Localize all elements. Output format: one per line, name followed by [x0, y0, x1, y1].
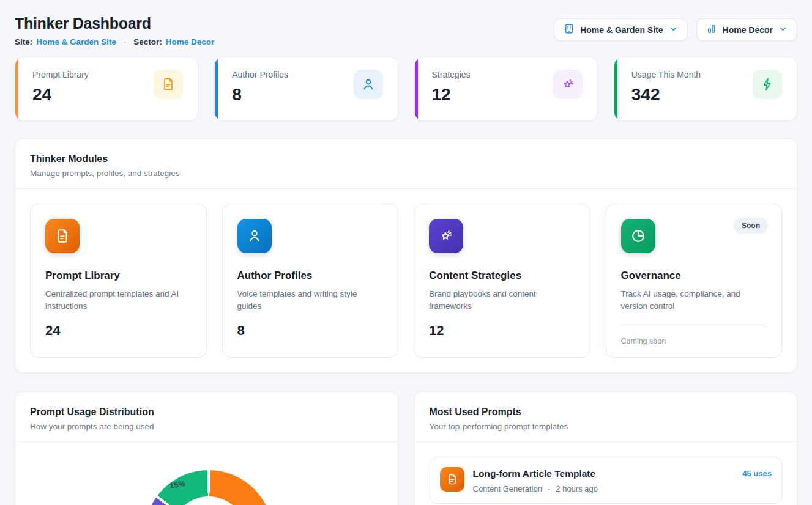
- document-icon: [45, 219, 80, 253]
- stat-label: Prompt Library: [32, 70, 89, 79]
- stat-card-usage: Usage This Month 342: [614, 57, 797, 121]
- topbar: Thinker Dashboard Site: Home & Garden Si…: [15, 15, 797, 46]
- usage-donut-chart: [144, 470, 273, 505]
- modules-grid: Prompt Library Centralized prompt templa…: [15, 189, 797, 372]
- stat-text: Strategies 12: [432, 70, 471, 105]
- bottom-row: Prompt Usage Distribution How your promp…: [15, 391, 797, 505]
- module-count: 8: [237, 323, 384, 339]
- usage-distribution-panel: Prompt Usage Distribution How your promp…: [15, 391, 398, 505]
- stat-value: 12: [432, 85, 471, 105]
- most-used-subtitle: Your top-performing prompt templates: [430, 422, 783, 431]
- divider: [621, 326, 767, 326]
- module-title: Governance: [621, 270, 767, 282]
- page-title: Thinker Dashboard: [15, 15, 214, 32]
- modules-panel: Thinker Modules Manage prompts, profiles…: [15, 138, 797, 373]
- sector-selector-button[interactable]: Home Decor: [696, 18, 797, 41]
- site-link[interactable]: Home & Garden Site: [36, 37, 116, 46]
- dot-separator: ·: [124, 37, 127, 46]
- module-card-author-profiles[interactable]: Author Profiles Voice templates and writ…: [222, 204, 399, 358]
- pie-chart-icon: [621, 219, 655, 253]
- stat-text: Prompt Library 24: [32, 70, 89, 105]
- stat-value: 342: [631, 85, 701, 105]
- module-description: Centralized prompt templates and AI inst…: [45, 288, 192, 312]
- modules-subtitle: Manage prompts, profiles, and strategies: [30, 169, 782, 178]
- stat-card-strategies: Strategies 12: [414, 57, 598, 121]
- user-icon: [354, 70, 383, 99]
- breadcrumb: Site: Home & Garden Site · Sector: Home …: [15, 37, 214, 46]
- most-used-header: Most Used Prompts Your top-performing pr…: [415, 392, 797, 442]
- most-used-prompts-panel: Most Used Prompts Your top-performing pr…: [414, 391, 798, 505]
- module-title: Prompt Library: [45, 270, 192, 282]
- prompt-item-meta: Content Generation · 2 hours ago: [473, 484, 734, 493]
- star-icon: [429, 219, 463, 253]
- header-actions: Home & Garden Site Home Decor: [554, 18, 797, 41]
- document-icon: [440, 467, 464, 492]
- usage-chart-subtitle: How your prompts are being used: [30, 422, 383, 431]
- module-description: Brand playbooks and content frameworks: [429, 288, 575, 312]
- header-left: Thinker Dashboard Site: Home & Garden Si…: [15, 15, 214, 46]
- stat-text: Usage This Month 342: [631, 70, 701, 105]
- module-count: 12: [429, 323, 575, 339]
- prompt-time: 2 hours ago: [556, 484, 598, 493]
- module-description: Voice templates and writing style guides: [237, 288, 384, 312]
- prompt-item-title: Long-form Article Template: [473, 468, 734, 479]
- module-card-prompt-library[interactable]: Prompt Library Centralized prompt templa…: [30, 204, 207, 358]
- coming-soon-text: Coming soon: [621, 337, 767, 345]
- sector-selector-label: Home Decor: [723, 25, 773, 35]
- sector-label: Sector:: [133, 37, 162, 46]
- site-label: Site:: [15, 37, 32, 46]
- dashboard-page: Thinker Dashboard Site: Home & Garden Si…: [0, 0, 812, 505]
- bar-chart-icon: [706, 23, 717, 36]
- stat-label: Strategies: [432, 70, 471, 79]
- site-selector-label: Home & Garden Site: [580, 25, 663, 35]
- usage-chart-title: Prompt Usage Distribution: [30, 407, 383, 418]
- stat-card-prompt-library: Prompt Library 24: [15, 57, 198, 121]
- user-icon: [237, 219, 272, 253]
- prompt-uses-count: 45 uses: [742, 469, 772, 478]
- dot-separator: ·: [548, 484, 550, 493]
- most-used-title: Most Used Prompts: [430, 407, 783, 418]
- prompt-item-body: Long-form Article Template Content Gener…: [473, 467, 734, 493]
- prompt-list-item[interactable]: Long-form Article Template Content Gener…: [430, 457, 783, 504]
- site-selector-button[interactable]: Home & Garden Site: [554, 18, 687, 41]
- chevron-down-icon: [669, 24, 678, 35]
- chevron-down-icon: [778, 24, 788, 35]
- module-card-governance[interactable]: Soon Governance Track AI usage, complian…: [606, 204, 783, 358]
- module-title: Content Strategies: [429, 270, 575, 282]
- stat-value: 24: [32, 85, 89, 105]
- prompt-category: Content Generation: [473, 484, 542, 493]
- stat-text: Author Profiles 8: [232, 70, 288, 105]
- module-title: Author Profiles: [237, 270, 384, 282]
- modules-header: Thinker Modules Manage prompts, profiles…: [15, 139, 797, 189]
- stat-label: Usage This Month: [631, 70, 701, 79]
- stats-row: Prompt Library 24 Author Profiles 8 Stra…: [15, 57, 797, 121]
- stat-label: Author Profiles: [232, 70, 288, 79]
- sector-link[interactable]: Home Decor: [166, 37, 215, 46]
- modules-title: Thinker Modules: [30, 153, 782, 164]
- stat-card-author-profiles: Author Profiles 8: [214, 57, 398, 121]
- module-card-content-strategies[interactable]: Content Strategies Brand playbooks and c…: [414, 204, 590, 358]
- document-icon: [154, 70, 183, 99]
- lightning-icon: [753, 70, 782, 99]
- stat-value: 8: [232, 85, 288, 105]
- soon-badge: Soon: [734, 218, 768, 234]
- building-icon: [564, 23, 575, 36]
- star-icon: [553, 70, 583, 99]
- usage-chart-header: Prompt Usage Distribution How your promp…: [15, 392, 398, 442]
- module-count: 24: [45, 323, 192, 339]
- module-description: Track AI usage, compliance, and version …: [621, 288, 767, 312]
